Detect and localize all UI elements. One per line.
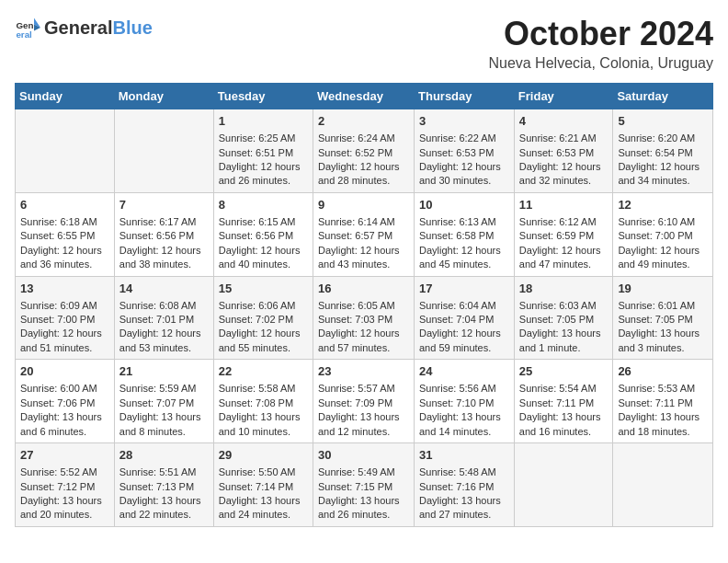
table-row: 23Sunrise: 5:57 AMSunset: 7:09 PMDayligh… [313,360,414,443]
calendar-table: Sunday Monday Tuesday Wednesday Thursday… [15,83,713,527]
table-row: 20Sunrise: 6:00 AMSunset: 7:06 PMDayligh… [16,360,115,443]
table-row: 21Sunrise: 5:59 AMSunset: 7:07 PMDayligh… [114,360,213,443]
day-number: 31 [419,447,509,464]
table-row: 3Sunrise: 6:22 AMSunset: 6:53 PMDaylight… [415,109,515,193]
logo-icon: Gen eral [15,15,40,40]
day-number: 23 [318,363,409,380]
table-row [16,109,115,193]
table-row: 5Sunrise: 6:20 AMSunset: 6:54 PMDaylight… [613,109,713,193]
table-row: 24Sunrise: 5:56 AMSunset: 7:10 PMDayligh… [415,360,515,443]
sunrise: Sunrise: 5:58 AMSunset: 7:08 PMDaylight:… [219,383,301,436]
sunrise: Sunrise: 6:06 AMSunset: 7:02 PMDaylight:… [219,300,301,353]
calendar-week-row: 20Sunrise: 6:00 AMSunset: 7:06 PMDayligh… [16,360,713,443]
day-number: 1 [219,113,308,130]
day-number: 6 [20,197,109,213]
sunrise: Sunrise: 6:22 AMSunset: 6:53 PMDaylight:… [419,132,501,186]
page-header: Gen eral GeneralBlue October 2024 Nueva … [15,15,713,72]
day-number: 9 [318,197,409,213]
day-number: 11 [519,197,609,213]
sunrise: Sunrise: 5:49 AMSunset: 7:15 PMDaylight:… [318,466,400,520]
day-number: 28 [119,447,209,464]
col-tuesday: Tuesday [213,84,313,109]
table-row [114,109,213,193]
table-row: 14Sunrise: 6:08 AMSunset: 7:01 PMDayligh… [114,276,213,360]
table-row: 27Sunrise: 5:52 AMSunset: 7:12 PMDayligh… [16,443,115,527]
col-sunday: Sunday [16,84,115,109]
table-row: 18Sunrise: 6:03 AMSunset: 7:05 PMDayligh… [514,276,613,360]
day-number: 12 [618,197,708,213]
sunrise: Sunrise: 6:13 AMSunset: 6:58 PMDaylight:… [419,216,501,270]
day-number: 29 [219,447,308,464]
day-number: 10 [419,197,509,213]
table-row: 2Sunrise: 6:24 AMSunset: 6:52 PMDaylight… [313,109,414,193]
sunrise: Sunrise: 5:59 AMSunset: 7:07 PMDaylight:… [119,383,201,436]
day-number: 30 [318,447,409,464]
sunrise: Sunrise: 6:00 AMSunset: 7:06 PMDaylight:… [20,383,102,436]
day-number: 15 [219,281,308,297]
sunrise: Sunrise: 5:57 AMSunset: 7:09 PMDaylight:… [318,383,400,436]
col-friday: Friday [514,84,613,109]
logo: Gen eral GeneralBlue [15,15,153,40]
table-row: 10Sunrise: 6:13 AMSunset: 6:58 PMDayligh… [415,192,515,276]
day-number: 13 [20,281,109,297]
day-number: 8 [219,197,308,213]
sunrise: Sunrise: 6:21 AMSunset: 6:53 PMDaylight:… [519,132,601,186]
sunrise: Sunrise: 6:05 AMSunset: 7:03 PMDaylight:… [318,300,400,353]
day-number: 26 [618,363,708,380]
col-wednesday: Wednesday [313,84,414,109]
table-row [613,443,713,527]
table-row: 19Sunrise: 6:01 AMSunset: 7:05 PMDayligh… [613,276,713,360]
day-number: 25 [519,363,609,380]
table-row: 22Sunrise: 5:58 AMSunset: 7:08 PMDayligh… [213,360,313,443]
calendar-header-row: Sunday Monday Tuesday Wednesday Thursday… [16,84,713,109]
table-row: 1Sunrise: 6:25 AMSunset: 6:51 PMDaylight… [213,109,313,193]
table-row: 31Sunrise: 5:48 AMSunset: 7:16 PMDayligh… [415,443,515,527]
table-row: 25Sunrise: 5:54 AMSunset: 7:11 PMDayligh… [514,360,613,443]
sunrise: Sunrise: 6:09 AMSunset: 7:00 PMDaylight:… [20,300,102,353]
sunrise: Sunrise: 5:50 AMSunset: 7:14 PMDaylight:… [219,466,301,520]
day-number: 19 [618,281,708,297]
col-monday: Monday [114,84,213,109]
sunrise: Sunrise: 6:04 AMSunset: 7:04 PMDaylight:… [419,300,501,353]
logo-general: General [44,17,112,38]
table-row: 17Sunrise: 6:04 AMSunset: 7:04 PMDayligh… [415,276,515,360]
title-block: October 2024 Nueva Helvecia, Colonia, Ur… [488,15,713,72]
day-number: 27 [20,447,109,464]
table-row: 16Sunrise: 6:05 AMSunset: 7:03 PMDayligh… [313,276,414,360]
day-number: 14 [119,281,209,297]
day-number: 24 [419,363,509,380]
table-row: 28Sunrise: 5:51 AMSunset: 7:13 PMDayligh… [114,443,213,527]
col-saturday: Saturday [613,84,713,109]
day-number: 4 [519,113,609,130]
table-row: 6Sunrise: 6:18 AMSunset: 6:55 PMDaylight… [16,192,115,276]
sunrise: Sunrise: 5:54 AMSunset: 7:11 PMDaylight:… [519,383,601,436]
day-number: 7 [119,197,209,213]
day-number: 17 [419,281,509,297]
sunrise: Sunrise: 6:15 AMSunset: 6:56 PMDaylight:… [219,216,301,270]
sunrise: Sunrise: 6:03 AMSunset: 7:05 PMDaylight:… [519,300,601,353]
sunrise: Sunrise: 6:25 AMSunset: 6:51 PMDaylight:… [219,132,301,186]
sunrise: Sunrise: 6:14 AMSunset: 6:57 PMDaylight:… [318,216,400,270]
sunrise: Sunrise: 6:12 AMSunset: 6:59 PMDaylight:… [519,216,601,270]
logo-blue: Blue [112,17,152,38]
table-row: 26Sunrise: 5:53 AMSunset: 7:11 PMDayligh… [613,360,713,443]
table-row: 9Sunrise: 6:14 AMSunset: 6:57 PMDaylight… [313,192,414,276]
sunrise: Sunrise: 6:24 AMSunset: 6:52 PMDaylight:… [318,132,400,186]
table-row: 29Sunrise: 5:50 AMSunset: 7:14 PMDayligh… [213,443,313,527]
day-number: 21 [119,363,209,380]
table-row: 12Sunrise: 6:10 AMSunset: 7:00 PMDayligh… [613,192,713,276]
sunrise: Sunrise: 6:17 AMSunset: 6:56 PMDaylight:… [119,216,201,270]
calendar-week-row: 6Sunrise: 6:18 AMSunset: 6:55 PMDaylight… [16,192,713,276]
calendar-week-row: 13Sunrise: 6:09 AMSunset: 7:00 PMDayligh… [16,276,713,360]
month-year: October 2024 [488,15,713,53]
sunrise: Sunrise: 5:56 AMSunset: 7:10 PMDaylight:… [419,383,501,436]
col-thursday: Thursday [415,84,515,109]
day-number: 16 [318,281,409,297]
day-number: 20 [20,363,109,380]
table-row: 7Sunrise: 6:17 AMSunset: 6:56 PMDaylight… [114,192,213,276]
day-number: 3 [419,113,509,130]
table-row: 30Sunrise: 5:49 AMSunset: 7:15 PMDayligh… [313,443,414,527]
sunrise: Sunrise: 5:52 AMSunset: 7:12 PMDaylight:… [20,466,102,520]
svg-text:eral: eral [16,29,32,40]
sunrise: Sunrise: 6:01 AMSunset: 7:05 PMDaylight:… [618,300,700,353]
